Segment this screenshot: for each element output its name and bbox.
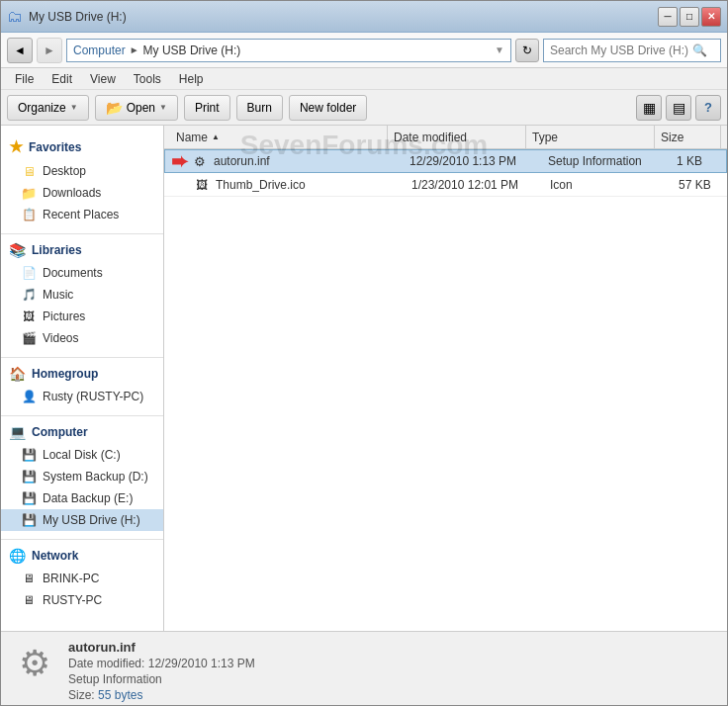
videos-icon: 🎬	[21, 330, 37, 346]
path-drive: My USB Drive (H:)	[143, 44, 241, 57]
dropdown-arrow[interactable]: ▼	[495, 44, 504, 55]
user-icon: 👤	[21, 389, 37, 404]
forward-button[interactable]: ►	[37, 38, 62, 63]
refresh-button[interactable]: ↻	[515, 39, 539, 62]
favorites-star-icon: ★	[9, 137, 23, 156]
file-type-thumbdrive: Icon	[550, 178, 679, 192]
libraries-section: 📚 Libraries 📄 Documents 🎵 Music 🖼 Pictur…	[1, 238, 163, 349]
recent-places-icon: 📋	[21, 207, 37, 222]
downloads-icon: 📁	[21, 185, 37, 201]
status-filename: autorun.inf	[68, 640, 255, 655]
sidebar-item-downloads[interactable]: 📁 Downloads	[1, 182, 163, 204]
network-header[interactable]: 🌐 Network	[1, 544, 163, 568]
status-info: autorun.inf Date modified: 12/29/2010 1:…	[68, 640, 255, 706]
sidebar-item-videos[interactable]: 🎬 Videos	[1, 327, 163, 349]
favorites-section: ★ Favorites 🖥 Desktop 📁 Downloads 📋 Rece…	[1, 133, 163, 225]
status-bar: ⚙ autorun.inf Date modified: 12/29/2010 …	[1, 631, 727, 705]
file-list-empty	[164, 197, 727, 631]
sidebar-item-documents[interactable]: 📄 Documents	[1, 262, 163, 284]
file-name-autorun: ⚙ autorun.inf	[192, 153, 410, 169]
favorites-header[interactable]: ★ Favorites	[1, 133, 163, 160]
col-header-date[interactable]: Date modified	[388, 126, 526, 148]
file-size-thumbdrive: 57 KB	[679, 178, 721, 192]
desktop-icon: 🖥	[21, 163, 37, 179]
status-type: Setup Information	[68, 672, 255, 686]
address-box[interactable]: Computer ► My USB Drive (H:) ▼	[66, 39, 511, 62]
title-bar-controls: ─ □ ✕	[658, 7, 721, 27]
pane-button[interactable]: ▤	[666, 95, 691, 121]
file-row-arrow-autorun: ➨	[171, 149, 188, 173]
file-date-thumbdrive: 1/23/2010 12:01 PM	[411, 178, 550, 192]
computer-section: 💻 Computer 💾 Local Disk (C:) 💾 System Ba…	[1, 420, 163, 531]
main-content: ★ Favorites 🖥 Desktop 📁 Downloads 📋 Rece…	[1, 126, 727, 631]
sidebar-item-recent-places[interactable]: 📋 Recent Places	[1, 204, 163, 225]
menu-help[interactable]: Help	[171, 70, 212, 88]
sidebar-item-local-disk[interactable]: 💾 Local Disk (C:)	[1, 444, 163, 466]
file-size-autorun: 1 KB	[677, 154, 720, 168]
file-name-thumbdrive: 🖼 Thumb_Drive.ico	[194, 177, 411, 193]
status-file-icon: ⚙	[11, 640, 58, 687]
file-row-autorun[interactable]: ➨ ⚙ autorun.inf 12/29/2010 1:13 PM Setup…	[164, 149, 727, 173]
explorer-window: 🗂 My USB Drive (H:) ─ □ ✕ ◄ ► Computer ►…	[0, 0, 728, 706]
col-header-size[interactable]: Size	[655, 126, 721, 148]
search-box[interactable]: 🔍	[543, 39, 721, 62]
help-button[interactable]: ?	[695, 95, 721, 121]
status-gear-icon: ⚙	[19, 643, 50, 684]
computer-header[interactable]: 💻 Computer	[1, 420, 163, 444]
sidebar-item-rusty-homegroup[interactable]: 👤 Rusty (RUSTY-PC)	[1, 386, 163, 407]
usb-drive-icon: 💾	[21, 512, 37, 528]
menu-tools[interactable]: Tools	[126, 70, 169, 88]
sidebar-item-system-backup[interactable]: 💾 System Backup (D:)	[1, 466, 163, 487]
autorun-file-icon: ⚙	[192, 153, 208, 169]
organize-arrow: ▼	[70, 103, 78, 112]
sidebar-item-brink-pc[interactable]: 🖥 BRINK-PC	[1, 568, 163, 589]
title-bar: 🗂 My USB Drive (H:) ─ □ ✕	[1, 1, 727, 33]
column-header: Name ▲ Date modified Type Size	[164, 126, 727, 149]
homegroup-header[interactable]: 🏠 Homegroup	[1, 362, 163, 386]
close-button[interactable]: ✕	[701, 7, 721, 27]
network-icon: 🌐	[9, 548, 26, 564]
back-button[interactable]: ◄	[7, 38, 33, 63]
local-disk-icon: 💾	[21, 447, 37, 463]
network-section: 🌐 Network 🖥 BRINK-PC 🖥 RUSTY-PC	[1, 544, 163, 611]
window-icon: 🗂	[7, 8, 23, 26]
new-folder-button[interactable]: New folder	[289, 95, 367, 121]
sidebar-item-data-backup[interactable]: 💾 Data Backup (E:)	[1, 487, 163, 509]
col-header-type[interactable]: Type	[526, 126, 655, 148]
path-computer: Computer	[73, 44, 126, 57]
data-backup-icon: 💾	[21, 490, 37, 506]
sidebar-item-music[interactable]: 🎵 Music	[1, 284, 163, 306]
status-size: Size: 55 bytes	[68, 688, 255, 702]
open-button[interactable]: 📂 Open ▼	[95, 95, 178, 121]
libraries-header[interactable]: 📚 Libraries	[1, 238, 163, 262]
sidebar-item-pictures[interactable]: 🖼 Pictures	[1, 306, 163, 327]
search-icon: 🔍	[692, 44, 707, 57]
file-type-autorun: Setup Information	[548, 154, 677, 168]
organize-button[interactable]: Organize ▼	[7, 95, 89, 121]
documents-icon: 📄	[21, 265, 37, 281]
sidebar-item-rusty-pc[interactable]: 🖥 RUSTY-PC	[1, 589, 163, 611]
sidebar: ★ Favorites 🖥 Desktop 📁 Downloads 📋 Rece…	[1, 126, 164, 631]
menu-file[interactable]: File	[7, 70, 42, 88]
view-button[interactable]: ▦	[636, 95, 662, 121]
print-button[interactable]: Print	[184, 95, 230, 121]
file-list: Name ▲ Date modified Type Size ➨ ⚙ aut	[164, 126, 727, 631]
search-input[interactable]	[550, 44, 688, 57]
col-header-name[interactable]: Name ▲	[170, 126, 388, 148]
maximize-button[interactable]: □	[680, 7, 699, 27]
status-date-modified: Date modified: 12/29/2010 1:13 PM	[68, 657, 255, 670]
rusty-pc-icon: 🖥	[21, 592, 37, 608]
file-row-thumbdrive[interactable]: 🖼 Thumb_Drive.ico 1/23/2010 12:01 PM Ico…	[164, 173, 727, 197]
minimize-button[interactable]: ─	[658, 7, 678, 27]
music-icon: 🎵	[21, 287, 37, 303]
title-bar-left: 🗂 My USB Drive (H:)	[7, 8, 127, 26]
sidebar-item-desktop[interactable]: 🖥 Desktop	[1, 160, 163, 182]
menu-view[interactable]: View	[82, 70, 124, 88]
burn-button[interactable]: Burn	[236, 95, 283, 121]
toolbar: Organize ▼ 📂 Open ▼ Print Burn New folde…	[1, 90, 727, 126]
open-icon: 📂	[106, 100, 123, 116]
pictures-icon: 🖼	[21, 309, 37, 324]
menu-edit[interactable]: Edit	[44, 70, 80, 88]
homegroup-icon: 🏠	[9, 366, 26, 382]
sidebar-item-usb-drive[interactable]: 💾 My USB Drive (H:) ➨	[1, 509, 163, 531]
